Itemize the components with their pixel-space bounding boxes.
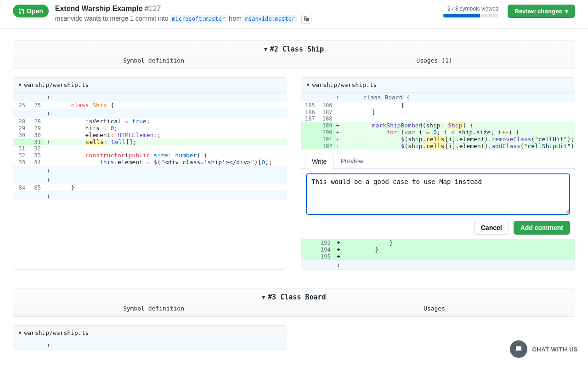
chat-label: CHAT WITH US — [532, 346, 578, 351]
copy-icon — [303, 16, 310, 22]
diff-panel-board-left: ▼warship/warship.ts ↑ — [13, 325, 287, 350]
expand-row[interactable]: ↓ — [301, 260, 575, 269]
expand-row[interactable]: ↑ class Board { — [301, 92, 575, 102]
chat-icon — [514, 345, 523, 350]
diff-panel-right: ▼warship/warship.ts ↑ class Board {18518… — [301, 77, 575, 270]
tab-preview[interactable]: Preview — [334, 153, 370, 168]
progress-bar — [443, 14, 498, 17]
caret-down-icon: ▼ — [307, 83, 309, 87]
pr-merge-text: wants to merge 1 commit into — [83, 15, 170, 22]
caret-down-icon: ▼ — [19, 83, 21, 87]
comment-box: Write Preview Cancel Add comment — [301, 150, 575, 239]
diff-row: 190+ for (var i = 0; i < ship.size; i++)… — [301, 129, 575, 136]
symbols-viewed: 2 / 3 symbols viewed — [443, 6, 498, 17]
caret-down-icon: ▼ — [262, 294, 265, 300]
expand-row[interactable]: ↕ — [13, 175, 287, 184]
base-ref[interactable]: microsoft:master — [170, 15, 227, 23]
section-class-board: ▼#3 Class Board Symbol definition Usages — [13, 288, 575, 317]
diff-row: 3334 this.element = $("<div class='ship'… — [13, 159, 287, 166]
diff-table-left: ↑2525 class Ship {↕2828 isVertical = tru… — [13, 92, 287, 200]
col-symbol-definition: Symbol definition — [13, 57, 294, 64]
diff-row: 187188 — [301, 115, 575, 122]
file-header[interactable]: ▼warship/warship.ts — [13, 78, 287, 92]
pr-author[interactable]: msanvido — [55, 15, 83, 22]
diff-table-right-top: ↑ class Board {185186 }186187 }187188189… — [301, 92, 575, 150]
pr-title: Extend Warship Example — [55, 5, 143, 12]
diff-row: 193+ } — [301, 239, 575, 246]
diff-row: 195+ — [301, 253, 575, 260]
expand-row[interactable]: ↕ — [13, 109, 287, 118]
chat-icon-circle — [510, 340, 527, 350]
tab-write[interactable]: Write — [305, 154, 334, 169]
git-pull-request-icon — [18, 8, 25, 14]
pr-from-text: from — [227, 15, 243, 22]
caret-down-icon: ▼ — [264, 46, 267, 52]
review-changes-label: Review changes — [514, 8, 562, 15]
diff-table-right-bottom: 193+ }194+ }195+↓ — [301, 239, 575, 269]
diff-row: 3030 element: HTMLElement; — [13, 132, 287, 138]
diff-row: 191+ $(ship.cells[i].element).removeClas… — [301, 136, 575, 143]
expand-row[interactable]: ↓ — [13, 191, 287, 200]
file-header[interactable]: ▼warship/warship.ts — [301, 78, 575, 92]
expand-row[interactable]: ↑ — [13, 340, 287, 350]
chevron-down-icon: ▾ — [565, 8, 568, 15]
diff-row: 189+ markShipBombed(ship: Ship) { — [301, 122, 575, 129]
add-comment-button[interactable]: Add comment — [514, 221, 570, 235]
diff-row: 2828 isVertical = true; — [13, 118, 287, 125]
file-path: warship/warship.ts — [24, 81, 89, 88]
diff-row: 186187 } — [301, 109, 575, 115]
file-path: warship/warship.ts — [312, 81, 377, 88]
expand-row[interactable]: ↓ — [13, 166, 287, 175]
chat-widget[interactable]: CHAT WITH US — [510, 340, 578, 350]
diff-panel-left: ▼warship/warship.ts ↑2525 class Ship {↕2… — [13, 77, 287, 270]
diff-table: ↑ — [13, 340, 287, 350]
diff-row: 3233 constructor(public size: number) { — [13, 152, 287, 159]
col-usages: Usages — [294, 305, 575, 312]
review-changes-button[interactable]: Review changes ▾ — [508, 5, 575, 18]
diff-row: 2929 hits = 0; — [13, 125, 287, 132]
progress-fill — [443, 14, 480, 17]
diff-row: 2525 class Ship { — [13, 102, 287, 109]
pr-state-badge: Open — [13, 5, 49, 17]
diff-row: 31+ cells: Cell[]; — [13, 138, 287, 145]
pr-state-label: Open — [27, 7, 43, 15]
head-ref[interactable]: msanvido:master — [243, 15, 297, 23]
diff-row: 3132 — [13, 145, 287, 152]
file-path: warship/warship.ts — [24, 329, 89, 336]
cancel-button[interactable]: Cancel — [474, 221, 509, 235]
diff-row: 192+ $(ship.cells[i].element).addClass("… — [301, 143, 575, 150]
comment-textarea[interactable] — [306, 173, 570, 215]
expand-row[interactable]: ↑ — [13, 92, 287, 102]
diff-row: 8485 } — [13, 184, 287, 191]
section-class-ship: ▼#2 Class Ship Symbol definition Usages … — [13, 40, 575, 69]
diff-row: 194+ } — [301, 246, 575, 253]
file-header[interactable]: ▼warship/warship.ts — [13, 326, 287, 340]
symbols-viewed-text: 2 / 3 symbols viewed — [443, 6, 498, 12]
diff-row: 185186 } — [301, 102, 575, 109]
col-symbol-definition: Symbol definition — [13, 305, 294, 312]
caret-down-icon: ▼ — [19, 331, 21, 335]
copy-branch-button[interactable] — [301, 14, 311, 24]
section-title[interactable]: ▼#2 Class Ship — [13, 45, 575, 53]
section-title[interactable]: ▼#3 Class Board — [13, 293, 575, 301]
pr-number: #127 — [145, 5, 161, 12]
col-usages: Usages (1) — [294, 57, 575, 64]
